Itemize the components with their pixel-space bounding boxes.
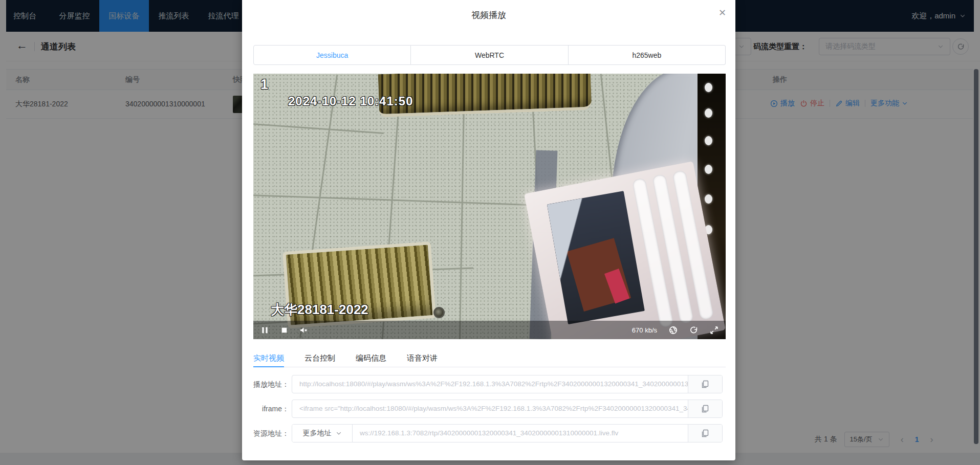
- copy-resource-url-button[interactable]: [688, 425, 722, 442]
- tab-encoding-info[interactable]: 编码信息: [356, 350, 386, 367]
- iframe-label: iframe：: [246, 400, 289, 418]
- resource-url-input[interactable]: ws://192.168.1.3:7082/rtp/34020000001320…: [353, 425, 688, 442]
- iframe-row: iframe： <iframe src="http://localhost:18…: [242, 400, 735, 418]
- copy-icon: [701, 380, 709, 388]
- refresh-stream-button[interactable]: [689, 326, 698, 335]
- video-player[interactable]: 1 2024-10-12 10:41:50 大华28181-2022: [253, 74, 726, 339]
- more-addresses-dropdown[interactable]: 更多地址: [292, 425, 353, 442]
- tab-voice-intercom[interactable]: 语音对讲: [407, 350, 438, 367]
- tab-jessibuca[interactable]: Jessibuca: [253, 45, 411, 65]
- osd-channel-number: 1: [260, 77, 268, 93]
- scrollbar-thumb[interactable]: [974, 69, 978, 444]
- screen: 控制台 分屏监控 国标设备 推流列表 拉流代理 欢迎，admin ← 通道列表 …: [0, 0, 980, 465]
- chevron-down-icon: [336, 430, 342, 436]
- player-engine-tabs: Jessibuca WebRTC h265web: [253, 45, 726, 65]
- tab-ptz-control[interactable]: 云台控制: [304, 350, 335, 367]
- play-url-label: 播放地址：: [246, 375, 289, 393]
- ceiling-grid-line: [459, 104, 465, 339]
- screen-glare: [547, 191, 645, 324]
- stop-button[interactable]: [280, 326, 289, 335]
- copy-iframe-button[interactable]: [688, 400, 722, 417]
- close-icon[interactable]: ✕: [718, 7, 726, 18]
- player-control-bar: 670 kb/s: [253, 321, 726, 339]
- tab-live-video[interactable]: 实时视频: [253, 350, 284, 367]
- resource-url-label: 资源地址：: [246, 424, 289, 442]
- volume-muted-button[interactable]: [299, 326, 308, 335]
- copy-icon: [701, 429, 709, 437]
- fullscreen-button[interactable]: [710, 326, 718, 335]
- tab-h265web[interactable]: h265web: [569, 45, 726, 65]
- pause-button[interactable]: [260, 326, 269, 335]
- monitor-video-area: [547, 191, 645, 324]
- snapshot-shutter-button[interactable]: [669, 326, 678, 335]
- osd-timestamp: 2024-10-12 10:41:50: [288, 94, 413, 108]
- tilted-monitor-page: [524, 161, 726, 339]
- panel-light: [705, 83, 712, 92]
- ceiling-grid-line: [253, 194, 540, 206]
- bitrate-label: 670 kb/s: [632, 326, 657, 334]
- stream-sub-tabs: 实时视频 云台控制 编码信息 语音对讲: [253, 350, 726, 367]
- osd-camera-name: 大华28181-2022: [271, 301, 368, 319]
- copy-icon: [701, 405, 709, 413]
- video-play-dialog: 视频播放 ✕ Jessibuca WebRTC h265web: [242, 0, 735, 460]
- panel-light: [705, 194, 712, 204]
- iframe-input[interactable]: <iframe src="http://localhost:18080/#/pl…: [292, 400, 688, 417]
- play-url-input[interactable]: http://localhost:18080/#/play/wasm/ws%3A…: [292, 375, 688, 393]
- ceiling-grid-line: [253, 123, 384, 134]
- dialog-title: 视频播放: [242, 9, 735, 21]
- ceiling-sprinkler: [433, 307, 445, 318]
- panel-light: [705, 108, 712, 118]
- panel-light: [705, 136, 712, 145]
- panel-light: [705, 165, 712, 174]
- ceiling-grid-line: [600, 74, 615, 193]
- play-url-row: 播放地址： http://localhost:18080/#/play/wasm…: [242, 375, 735, 393]
- copy-play-url-button[interactable]: [688, 375, 722, 393]
- resource-url-row: 资源地址： 更多地址 ws://192.168.1.3:7082/rtp/340…: [242, 424, 735, 442]
- tab-webrtc[interactable]: WebRTC: [411, 45, 568, 65]
